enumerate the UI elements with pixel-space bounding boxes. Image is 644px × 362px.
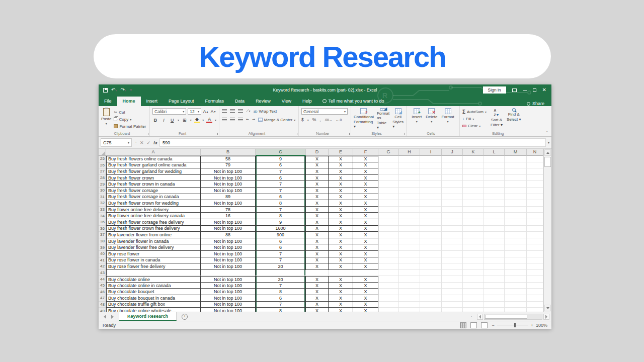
align-top-icon[interactable] — [222, 109, 227, 113]
cell-M35[interactable] — [505, 219, 527, 226]
cell-B47[interactable]: Not in top 100 — [201, 295, 256, 302]
cell-C48[interactable]: 7 — [256, 302, 306, 308]
cell-A43[interactable] — [106, 270, 201, 277]
cell-B31[interactable]: 89 — [201, 194, 256, 201]
cell-G30[interactable] — [378, 188, 399, 194]
cell-E47[interactable]: X — [329, 295, 353, 302]
sign-in-button[interactable]: Sign in — [483, 86, 506, 94]
share-button[interactable]: Share — [527, 101, 551, 106]
cell-M38[interactable] — [505, 238, 527, 245]
cell-J29[interactable] — [442, 181, 463, 188]
row-header-36[interactable]: 36 — [99, 226, 106, 232]
cell-F34[interactable]: X — [353, 213, 378, 219]
row-header-34[interactable]: 34 — [99, 213, 106, 219]
cell-L36[interactable] — [484, 226, 505, 232]
column-header-B[interactable]: B — [201, 149, 256, 156]
cell-A48[interactable]: Buy chocolate truffle gift box — [106, 302, 201, 308]
cell-F42[interactable]: X — [353, 263, 378, 270]
format-button[interactable]: Format ▾ — [441, 108, 454, 130]
cell-H33[interactable] — [399, 207, 420, 213]
cell-F46[interactable]: X — [353, 289, 378, 295]
cell-G31[interactable] — [378, 194, 399, 201]
cell-N30[interactable] — [527, 188, 543, 194]
cell-H30[interactable] — [399, 188, 420, 194]
cell-A25[interactable]: Buy fresh flowers online canada — [106, 156, 201, 162]
ribbon-tab-page-layout[interactable]: Page Layout — [163, 97, 200, 106]
cell-B29[interactable]: Not in top 100 — [201, 181, 256, 188]
column-header-G[interactable]: G — [378, 149, 399, 156]
cell-H28[interactable] — [399, 175, 420, 182]
wrap-text-button[interactable]: abWrap Text — [254, 108, 277, 114]
cell-E35[interactable]: X — [329, 219, 353, 226]
cell-H41[interactable] — [399, 257, 420, 264]
cell-G36[interactable] — [378, 226, 399, 232]
cell-I27[interactable] — [420, 168, 442, 175]
cell-H46[interactable] — [399, 289, 420, 295]
cell-I37[interactable] — [420, 232, 442, 238]
cell-F31[interactable]: X — [353, 194, 378, 201]
cell-D38[interactable]: X — [306, 238, 329, 245]
cell-H39[interactable] — [399, 244, 420, 251]
cell-L49[interactable] — [484, 308, 505, 312]
copy-button[interactable]: Copy▾ — [114, 116, 146, 122]
row-header-26[interactable]: 26 — [99, 162, 106, 169]
next-sheet-icon[interactable] — [111, 315, 114, 319]
row-header-30[interactable]: 30 — [99, 188, 106, 194]
cell-K42[interactable] — [463, 263, 484, 270]
cell-F25[interactable]: X — [353, 156, 378, 162]
cell-D35[interactable]: X — [306, 219, 329, 226]
cell-F48[interactable]: X — [353, 302, 378, 308]
cell-N39[interactable] — [527, 244, 543, 251]
ribbon-tab-review[interactable]: Review — [250, 97, 276, 106]
previous-sheet-icon[interactable] — [104, 315, 106, 319]
cell-L39[interactable] — [484, 244, 505, 251]
cell-F30[interactable]: X — [353, 188, 378, 194]
cell-L26[interactable] — [484, 162, 505, 169]
minimize-icon[interactable] — [523, 90, 527, 90]
cell-M29[interactable] — [505, 181, 527, 188]
cell-M34[interactable] — [505, 213, 527, 219]
cell-C43[interactable] — [256, 270, 306, 277]
cell-N42[interactable] — [527, 263, 543, 270]
cell-I25[interactable] — [420, 156, 442, 162]
column-header-C[interactable]: C — [256, 149, 306, 156]
cell-M47[interactable] — [505, 295, 527, 302]
cell-J44[interactable] — [442, 276, 463, 283]
cell-M36[interactable] — [505, 226, 527, 232]
cell-J33[interactable] — [442, 207, 463, 213]
cell-G39[interactable] — [378, 244, 399, 251]
cell-L33[interactable] — [484, 207, 505, 213]
cell-K27[interactable] — [463, 168, 484, 175]
paste-dropdown-icon[interactable]: ▾ — [106, 122, 107, 125]
cell-H35[interactable] — [399, 219, 420, 226]
ribbon-tab-home[interactable]: Home — [117, 97, 141, 106]
underline-button[interactable]: U — [169, 117, 175, 123]
cell-F29[interactable]: X — [353, 181, 378, 188]
cell-M32[interactable] — [505, 200, 527, 207]
cell-A46[interactable]: Buy chocolate bouquet — [106, 289, 201, 295]
delete-button[interactable]: ✕ Delete ▾ — [426, 108, 437, 130]
cell-B37[interactable]: 88 — [201, 232, 256, 238]
cell-A37[interactable]: Buy lavender flower from online — [106, 232, 201, 238]
cell-C41[interactable]: 7 — [256, 257, 306, 264]
cell-G26[interactable] — [378, 162, 399, 169]
cell-D41[interactable]: X — [306, 257, 329, 264]
cell-G41[interactable] — [378, 257, 399, 264]
cell-N26[interactable] — [527, 162, 543, 169]
cell-N44[interactable] — [527, 276, 543, 283]
cell-H42[interactable] — [399, 263, 420, 270]
formula-bar-expand-icon[interactable]: ▾ — [548, 141, 549, 144]
formula-input[interactable]: 590 — [159, 138, 546, 147]
cut-button[interactable]: ✂Cut — [114, 109, 146, 115]
cell-C35[interactable]: 9 — [256, 219, 306, 226]
row-header-40[interactable]: 40 — [99, 251, 106, 257]
cell-M28[interactable] — [505, 175, 527, 182]
autosum-button[interactable]: ΣAutoSum▾ — [462, 109, 487, 115]
cell-E38[interactable]: X — [329, 238, 353, 245]
vertical-scroll-thumb[interactable] — [544, 157, 551, 167]
cell-L31[interactable] — [484, 194, 505, 201]
name-box[interactable]: C75▾ — [101, 138, 132, 147]
cell-B36[interactable]: Not in top 100 — [201, 226, 256, 232]
cell-L44[interactable] — [484, 276, 505, 283]
cell-K35[interactable] — [463, 219, 484, 226]
